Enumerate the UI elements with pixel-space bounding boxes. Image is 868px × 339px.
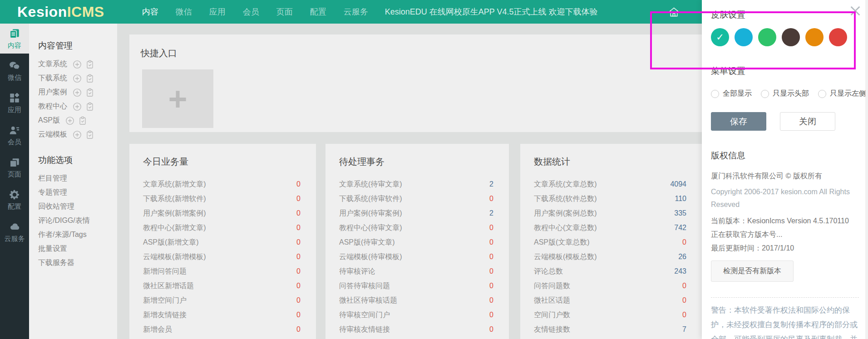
- clipboard-icon[interactable]: [78, 116, 87, 125]
- stat-row: 待审核友情链接 0: [326, 322, 509, 337]
- stat-label: 教程中心(文章总数): [534, 223, 597, 233]
- submenu-section-functions: 栏目管理 专题管理 回收站管理 评论/DIGG/表情 作者/来源/Tags 批量…: [29, 172, 117, 270]
- stat-value: 0: [296, 238, 301, 246]
- add-circle-icon[interactable]: [73, 74, 82, 83]
- topnav-item-wechat[interactable]: 微信: [167, 0, 201, 24]
- stat-row: 云端模板(新增模板) 0: [129, 250, 316, 264]
- skin-color-swatches: [711, 28, 859, 46]
- stat-value: 2: [489, 180, 493, 188]
- sidebar-item-apps[interactable]: 应用: [0, 88, 29, 118]
- clipboard-icon[interactable]: [85, 60, 94, 69]
- add-circle-icon[interactable]: [73, 88, 82, 97]
- panel-today-business: 今日业务量 文章系统(新增文章) 0 下载系统(新增软件) 0 用户案例(新增案…: [129, 144, 316, 339]
- clipboard-icon[interactable]: [85, 88, 94, 97]
- sidebar-item-cloud[interactable]: 云服务: [0, 217, 29, 247]
- clipboard-icon[interactable]: [85, 102, 94, 111]
- sidebar-item-pages[interactable]: 页面: [0, 152, 29, 182]
- skin-color-swatch[interactable]: [735, 28, 753, 46]
- submenu-item[interactable]: 教程中心: [29, 99, 117, 113]
- submenu-item[interactable]: 回收站管理: [29, 200, 117, 214]
- stat-row: 用户案例(案例总数) 335: [520, 206, 702, 221]
- stat-value: 0: [682, 311, 686, 319]
- cloud-icon: [9, 221, 20, 233]
- close-button[interactable]: 关闭: [780, 112, 835, 131]
- stat-row: 教程中心(文章总数) 742: [520, 221, 702, 235]
- submenu-item[interactable]: 专题管理: [29, 186, 117, 200]
- submenu-item[interactable]: 批量设置: [29, 242, 117, 256]
- skin-color-swatch[interactable]: [758, 28, 776, 46]
- announcement-text[interactable]: KesionEDU 在线网校原生APP V4.5正式上线 欢迎下载体验: [385, 6, 598, 17]
- add-circle-icon[interactable]: [73, 102, 82, 111]
- menu-display-radio[interactable]: 只显示头部: [761, 89, 809, 98]
- stat-value: 0: [489, 267, 493, 275]
- stat-label: 问答问题数: [534, 281, 570, 291]
- menu-display-radio[interactable]: 只显示左侧: [818, 89, 866, 98]
- submenu-item[interactable]: 栏目管理: [29, 172, 117, 186]
- submenu-item[interactable]: ASP版: [29, 113, 117, 128]
- skin-color-swatch[interactable]: [829, 28, 847, 46]
- clipboard-icon[interactable]: [85, 130, 94, 139]
- top-nav: 内容 微信 应用 会员 页面 配置 云服务: [133, 0, 377, 24]
- stat-label: 下载系统(软件总数): [534, 194, 597, 204]
- add-quick-entry-button[interactable]: +: [142, 69, 213, 128]
- submenu-item[interactable]: 下载服务器: [29, 256, 117, 270]
- topnav-item-member[interactable]: 会员: [234, 0, 268, 24]
- sidebar-item-label: 配置: [8, 202, 21, 211]
- current-version-line: 当前版本：KesionIcms Version 4.5.170110: [711, 216, 859, 226]
- topnav-item-apps[interactable]: 应用: [201, 0, 234, 24]
- submenu-item-label: 下载服务器: [38, 258, 74, 268]
- close-icon[interactable]: [849, 5, 862, 17]
- stat-label: 文章系统(待审文章): [339, 180, 402, 189]
- stat-row: ASP版(待审文章) 0: [326, 235, 509, 250]
- skin-color-swatch[interactable]: [805, 28, 824, 46]
- stat-label: 微社区待审核话题: [339, 296, 397, 305]
- warning-text: 警告：本软件受著作权法和国际公约的保护，未经授权擅自复制传播本程序的部分或全部，…: [711, 303, 859, 339]
- topnav-item-pages[interactable]: 页面: [268, 0, 301, 24]
- skin-color-swatch[interactable]: [782, 28, 800, 46]
- stat-label: ASP版(新增文章): [143, 238, 199, 247]
- submenu-item-label: 专题管理: [38, 188, 67, 197]
- check-new-version-button[interactable]: 检测是否有新版本: [711, 260, 794, 282]
- stat-label: 空间门户数: [534, 310, 570, 320]
- topnav-item-content[interactable]: 内容: [133, 0, 167, 24]
- stat-value: 243: [674, 267, 686, 275]
- stat-label: 教程中心(待审文章): [339, 223, 402, 233]
- stat-label: 评论总数: [534, 267, 563, 276]
- stat-value: 0: [682, 296, 686, 305]
- submenu-item[interactable]: 文章系统: [29, 57, 117, 71]
- skin-settings-title: 皮肤设置: [711, 9, 859, 21]
- stat-row: 用户案例(待审案例) 2: [326, 206, 509, 221]
- sidebar-item-content[interactable]: 内容: [0, 24, 29, 54]
- stat-label: 微社区新增话题: [143, 281, 194, 291]
- submenu-item[interactable]: 评论/DIGG/表情: [29, 214, 117, 228]
- submenu-item[interactable]: 下载系统: [29, 71, 117, 85]
- stat-row: 教程中心(新增文章) 0: [129, 221, 316, 235]
- home-icon[interactable]: [668, 6, 680, 18]
- add-circle-icon[interactable]: [65, 116, 74, 125]
- stat-label: 文章系统(新增文章): [143, 180, 206, 189]
- menu-display-radio[interactable]: 全部显示: [711, 89, 752, 98]
- sidebar-item-config[interactable]: 配置: [0, 185, 29, 215]
- add-circle-icon[interactable]: [73, 130, 82, 139]
- submenu-item[interactable]: 作者/来源/Tags: [29, 228, 117, 242]
- save-button[interactable]: 保存: [711, 112, 766, 131]
- scrollbar[interactable]: [865, 0, 868, 339]
- sidebar-item-label: 页面: [8, 170, 21, 179]
- submenu-item[interactable]: 用户案例: [29, 85, 117, 99]
- stat-value: 0: [489, 238, 493, 246]
- skin-color-swatch[interactable]: [711, 28, 729, 46]
- submenu-item-label: 回收站管理: [38, 202, 74, 211]
- topnav-item-config[interactable]: 配置: [301, 0, 335, 24]
- topnav-item-cloud[interactable]: 云服务: [335, 0, 377, 24]
- stat-value: 0: [296, 224, 301, 232]
- sidebar-item-member[interactable]: 会员: [0, 120, 29, 150]
- stat-row: 友情链接数 7: [520, 322, 702, 337]
- add-circle-icon[interactable]: [73, 60, 82, 69]
- submenu-section-title: 功能选项: [29, 148, 117, 172]
- sidebar-item-wechat[interactable]: 微信: [0, 56, 29, 86]
- clipboard-icon[interactable]: [85, 74, 94, 83]
- menu-display-options: 全部显示 只显示头部 只显示左侧: [711, 89, 859, 98]
- stat-value: 0: [296, 180, 301, 188]
- submenu-item[interactable]: 云端模板: [29, 128, 117, 142]
- stat-value: 0: [296, 267, 301, 275]
